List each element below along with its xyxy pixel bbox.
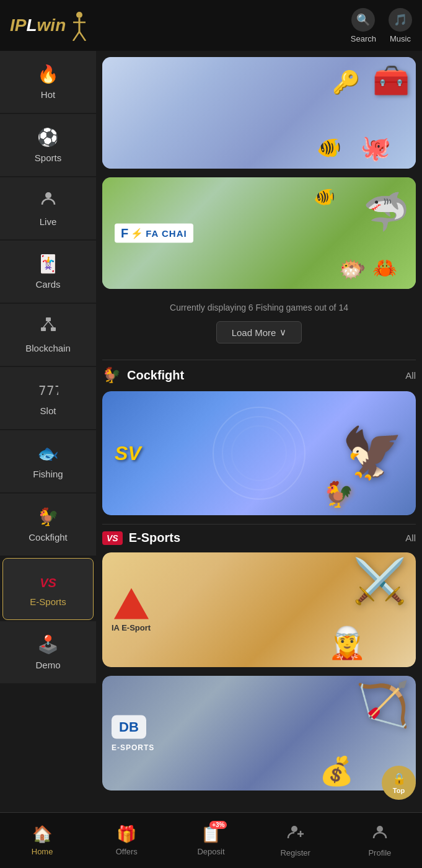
sidebar-item-blockchain[interactable]: Blockchain	[0, 304, 96, 366]
cockfight-section-header: 🐓 Cockfight All	[102, 366, 416, 384]
content-area: 🧰 🔑 🐙 🐠 F ⚡ FA CHAI 🦈 🐡 🦀 🐠	[96, 51, 422, 812]
main-layout: 🔥 Hot ⚽ Sports Live 🃏 Cards	[0, 51, 422, 812]
db-esports-logo: DB E-SPORTS	[112, 715, 154, 751]
svg-point-12	[291, 826, 297, 832]
logo-figure	[68, 10, 90, 41]
svg-line-9	[43, 321, 48, 327]
blockchain-icon	[40, 316, 57, 338]
esports-title-text: E-Sports	[129, 531, 180, 545]
ia-esport-logo: IA E-Sport	[112, 588, 151, 632]
esports-game-card-1[interactable]: IA E-Sport ⚔️ 🧝	[102, 552, 416, 667]
svg-rect-8	[51, 327, 56, 331]
chevron-down-icon: ∨	[279, 327, 286, 338]
nav-item-offers[interactable]: 🎁 Offers	[108, 825, 145, 856]
live-icon	[40, 190, 57, 211]
nav-item-home[interactable]: 🏠 Home	[24, 825, 61, 856]
sports-icon: ⚽	[37, 127, 59, 148]
svg-line-10	[48, 321, 53, 327]
sidebar-item-demo[interactable]: 🕹️ Demo	[0, 621, 96, 683]
deposit-badge: +3%	[209, 821, 227, 829]
header: IPLwin 🔍 Search 🎵 Music	[0, 0, 422, 51]
esports-game-card-2[interactable]: DB E-SPORTS 🏹 💰	[102, 676, 416, 790]
cockfight-icon: 🐓	[37, 507, 59, 527]
divider-2	[102, 524, 416, 525]
sidebar-item-label-cards: Cards	[35, 279, 60, 290]
sidebar-item-label-hot: Hot	[41, 89, 55, 100]
svg-point-15	[377, 826, 383, 832]
slot-icon: 7̲7̲7̲	[38, 381, 58, 401]
svg-line-4	[79, 32, 86, 41]
register-icon	[287, 823, 304, 845]
vs-logo-badge: VS	[102, 531, 123, 545]
search-button[interactable]: 🔍 Search	[351, 8, 376, 43]
cockfight-all-button[interactable]: All	[405, 370, 416, 381]
nav-item-deposit[interactable]: 📋 +3% Deposit	[192, 825, 229, 856]
sidebar-item-label-blockchain: Blockchain	[25, 343, 71, 353]
fishing-status-text: Currently displaying 6 Fishing games out…	[102, 303, 416, 312]
profile-icon	[371, 823, 389, 845]
sidebar-item-slot[interactable]: 7̲7̲7̲ Slot	[0, 367, 96, 429]
esports-section-header: VS E-Sports All	[102, 531, 416, 545]
sidebar-item-label-sports: Sports	[35, 153, 61, 163]
hot-icon: 🔥	[37, 64, 59, 84]
sidebar-item-hot[interactable]: 🔥 Hot	[0, 51, 96, 113]
music-icon: 🎵	[389, 8, 412, 32]
search-label: Search	[351, 34, 376, 43]
svg-rect-7	[41, 327, 46, 331]
sidebar-item-label-esports: E-Sports	[30, 596, 66, 607]
music-label: Music	[390, 34, 411, 43]
load-more-button[interactable]: Load More ∨	[216, 321, 302, 343]
sidebar-item-fishing[interactable]: 🐟 Fishing	[0, 430, 96, 492]
esports-all-button[interactable]: All	[405, 533, 416, 543]
offers-icon: 🎁	[116, 825, 136, 844]
divider-1	[102, 360, 416, 360]
load-more-label: Load More	[232, 327, 276, 338]
cockfight-section-title: 🐓 Cockfight	[102, 366, 184, 384]
fachai-logo: F ⚡ FA CHAI	[115, 224, 193, 243]
nav-label-offers: Offers	[116, 847, 138, 856]
svg-line-3	[73, 32, 79, 41]
nav-label-deposit: Deposit	[197, 847, 224, 856]
cockfight-section-icon: 🐓	[102, 366, 121, 384]
sidebar-item-cards[interactable]: 🃏 Cards	[0, 241, 96, 303]
nav-item-register[interactable]: Register	[277, 823, 314, 857]
cards-icon: 🃏	[37, 254, 59, 274]
logo-text: IPLwin	[10, 16, 66, 35]
sidebar-item-label-demo: Demo	[35, 660, 60, 670]
home-icon: 🏠	[32, 825, 52, 844]
sidebar-item-esports[interactable]: VS E-Sports	[2, 558, 94, 620]
sidebar-item-label-fishing: Fishing	[33, 469, 63, 479]
nav-item-profile[interactable]: Profile	[361, 823, 398, 857]
top-lock-icon: 🔒	[392, 772, 406, 786]
esports-section-title: VS E-Sports	[102, 531, 180, 545]
nav-label-profile: Profile	[368, 848, 391, 857]
sidebar-item-label-cockfight: Cockfight	[29, 532, 68, 542]
svg-text:7̲7̲7̲: 7̲7̲7̲	[38, 384, 58, 396]
svg-rect-6	[46, 317, 51, 321]
fishing-icon: 🐟	[37, 443, 59, 464]
nav-label-register: Register	[280, 848, 310, 857]
sv-logo: SV	[115, 442, 141, 465]
search-icon: 🔍	[351, 8, 375, 32]
cockfight-game-card-1[interactable]: SV 🦅 🐓	[102, 391, 416, 515]
svg-point-5	[45, 192, 51, 198]
sidebar-item-cockfight[interactable]: 🐓 Cockfight	[0, 494, 96, 556]
demo-icon: 🕹️	[37, 634, 59, 655]
fishing-game-card-1[interactable]: 🧰 🔑 🐙 🐠	[102, 57, 416, 169]
logo: IPLwin	[10, 10, 90, 41]
header-actions: 🔍 Search 🎵 Music	[351, 8, 412, 43]
fishing-game-card-2[interactable]: F ⚡ FA CHAI 🦈 🐡 🦀 🐠	[102, 177, 416, 289]
load-more-area: Currently displaying 6 Fishing games out…	[102, 298, 416, 353]
sidebar-item-label-slot: Slot	[40, 405, 56, 416]
sidebar-item-sports[interactable]: ⚽ Sports	[0, 114, 96, 176]
top-button[interactable]: 🔒 Top	[382, 766, 416, 800]
music-button[interactable]: 🎵 Music	[389, 8, 412, 43]
sidebar-item-live[interactable]: Live	[0, 177, 96, 239]
sidebar: 🔥 Hot ⚽ Sports Live 🃏 Cards	[0, 51, 96, 812]
top-button-label: Top	[393, 787, 405, 794]
bottom-nav: 🏠 Home 🎁 Offers 📋 +3% Deposit Register	[0, 812, 422, 868]
sidebar-item-label-live: Live	[40, 216, 57, 227]
svg-point-0	[76, 12, 82, 18]
nav-label-home: Home	[32, 847, 53, 856]
esports-icon: VS	[40, 572, 56, 591]
